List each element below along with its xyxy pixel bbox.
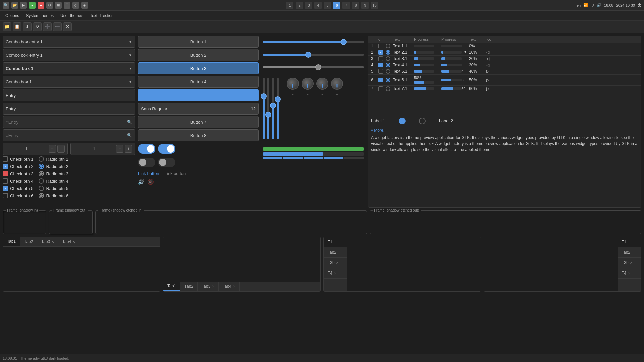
- app1-icon[interactable]: ⚙: [46, 2, 53, 9]
- h-slider-thumb-2[interactable]: [305, 52, 311, 58]
- row-r-5[interactable]: [384, 69, 391, 74]
- table-row[interactable]: 4 ✓ Text 4.1 30% ◁: [368, 62, 641, 68]
- combo-dropdown-1[interactable]: Combo box entry 1 ▼: [3, 36, 135, 48]
- font-selector[interactable]: Sans Regular 12: [138, 103, 259, 115]
- tab-close-2-4[interactable]: ✕: [233, 285, 235, 288]
- tab-v-2-2[interactable]: Tab2: [618, 247, 641, 258]
- tab-close-v-1-3[interactable]: ✕: [336, 261, 339, 265]
- label-radio-1[interactable]: [399, 118, 406, 124]
- radio-btn-6[interactable]: Radio btn 6: [39, 193, 68, 198]
- knob-1[interactable]: [287, 78, 299, 90]
- close-small-icon[interactable]: ●: [38, 2, 44, 9]
- combo-dropdown-2[interactable]: Combo box entry 1 ▼: [3, 49, 135, 61]
- ws-7[interactable]: 7: [342, 2, 350, 9]
- ws-4[interactable]: 4: [314, 2, 322, 9]
- tab-2-1[interactable]: Tab1: [163, 282, 180, 291]
- combo-input-2[interactable]: Combo box entry 1: [6, 53, 129, 58]
- combo-input-3[interactable]: Combo box 1: [6, 66, 129, 71]
- entry-field-3[interactable]: ○ 🔍: [3, 116, 135, 128]
- table-row[interactable]: 6 ✓ Text 6.1 50% 50 50% ▷: [368, 75, 641, 86]
- col-text2[interactable]: Text: [468, 37, 484, 41]
- row-r-1[interactable]: [384, 44, 391, 48]
- tab-v-2-1[interactable]: T1: [618, 237, 641, 247]
- tab-close-2-3[interactable]: ✕: [212, 285, 214, 288]
- tab-close-v-2-3[interactable]: ✕: [630, 261, 633, 265]
- link-button-active[interactable]: Link button: [138, 171, 159, 176]
- check-box-2[interactable]: ✓: [3, 164, 8, 169]
- v-slider-3[interactable]: [272, 78, 274, 139]
- entry-input-3[interactable]: [8, 120, 127, 125]
- row-r-6[interactable]: [384, 78, 391, 82]
- chrome-icon[interactable]: ●: [29, 2, 36, 9]
- table-row[interactable]: 7 Text 7.1 60 60% ▷: [368, 86, 641, 92]
- app3-icon[interactable]: ☰: [64, 2, 70, 9]
- radio-btn-2[interactable]: Radio btn 2: [39, 164, 68, 169]
- v-slider-2[interactable]: [267, 78, 269, 139]
- combo-input-1[interactable]: Combo box entry 1: [6, 39, 129, 44]
- combo-arrow-2[interactable]: ▼: [129, 53, 132, 57]
- v-slider-thumb-2[interactable]: [265, 112, 271, 118]
- check-box-4[interactable]: [3, 178, 8, 184]
- row-r-2[interactable]: [384, 50, 391, 55]
- check-btn-2[interactable]: ✓ Check btn 2: [3, 164, 33, 169]
- tab-1-4[interactable]: Tab4 ✕: [58, 237, 79, 246]
- tab-v-2-3[interactable]: T3b ✕: [618, 258, 641, 268]
- table-row[interactable]: 1 Text 1.1 0%: [368, 43, 641, 49]
- button-1[interactable]: Button 1: [138, 36, 259, 48]
- volume-on-icon[interactable]: 🔊: [138, 179, 145, 185]
- toggle-1[interactable]: [138, 144, 155, 154]
- menu-system-themes[interactable]: System themes: [23, 12, 56, 19]
- v-slider-thumb-3[interactable]: [270, 103, 276, 109]
- tb-open-button[interactable]: 📁: [3, 22, 11, 31]
- col-c[interactable]: c: [377, 37, 384, 41]
- tb-add-button[interactable]: ➕: [43, 22, 52, 31]
- row-c-7[interactable]: [377, 86, 384, 91]
- button-3[interactable]: Button 3: [138, 62, 259, 74]
- entry-field-1[interactable]: Entry: [3, 89, 135, 101]
- combo-dropdown-3[interactable]: Combo box 1 ▼: [3, 62, 135, 74]
- search-icon[interactable]: 🔍: [3, 2, 9, 9]
- check-btn-3[interactable]: − Check btn 3: [3, 171, 33, 176]
- v-slider-thumb-1[interactable]: [261, 93, 267, 99]
- table-row[interactable]: 2 ✓ Text 2.1 ▼ 10% ◁: [368, 49, 641, 56]
- row-c-4[interactable]: ✓: [377, 63, 384, 67]
- combo-dropdown-4[interactable]: Combo box 1 ▼: [3, 76, 135, 88]
- ws-2[interactable]: 2: [296, 2, 303, 9]
- combo-input-4[interactable]: Combo box 1: [6, 79, 129, 84]
- h-slider-3[interactable]: [263, 66, 364, 68]
- row-r-7[interactable]: [384, 86, 391, 91]
- row-c-5[interactable]: [377, 69, 384, 74]
- table-row[interactable]: 3 Text 3.1 20% ◁: [368, 56, 641, 62]
- ws-6[interactable]: 6: [333, 2, 340, 9]
- knob-3[interactable]: [316, 78, 328, 90]
- menu-text-direction[interactable]: Text direction: [87, 12, 116, 19]
- check-box-3[interactable]: −: [3, 171, 8, 176]
- tb-close-button[interactable]: ✕: [63, 22, 72, 31]
- radio-circle-6[interactable]: [39, 193, 44, 198]
- spinner-2-plus[interactable]: +: [125, 145, 132, 153]
- check-btn-4[interactable]: Check btn 4: [3, 178, 33, 184]
- tab-v-1-1[interactable]: T1: [324, 237, 347, 247]
- spinner-1-plus[interactable]: +: [57, 145, 65, 153]
- tab-2-3[interactable]: Tab3 ✕: [198, 282, 219, 291]
- clear-icon-3[interactable]: 🔍: [127, 120, 132, 124]
- h-slider-2[interactable]: [263, 54, 364, 56]
- col-r[interactable]: r: [384, 37, 391, 41]
- radio-circle-1[interactable]: [39, 156, 44, 162]
- tab-v-2-4[interactable]: T4 ✕: [618, 268, 641, 279]
- spinner-1-minus[interactable]: −: [49, 145, 56, 153]
- tab-2-4[interactable]: Tab4 ✕: [219, 282, 240, 291]
- radio-circle-4[interactable]: [39, 178, 44, 184]
- tb-copy-button[interactable]: 📋: [13, 22, 21, 31]
- row-r-4[interactable]: [384, 63, 391, 67]
- button-7[interactable]: Button 7: [138, 116, 259, 128]
- tab-close-v-1-4[interactable]: ✕: [334, 272, 336, 275]
- tab-2-2[interactable]: Tab2: [180, 282, 198, 291]
- tab-close-1-4[interactable]: ✕: [72, 240, 75, 244]
- tb-refresh-button[interactable]: ↺: [33, 22, 42, 31]
- radio-btn-4[interactable]: Radio btn 4: [39, 178, 68, 184]
- tab-1-3[interactable]: Tab3 ✕: [37, 237, 58, 246]
- radio-btn-5[interactable]: Radio btn 5: [39, 186, 68, 191]
- col-text[interactable]: Text: [392, 37, 412, 41]
- ws-3[interactable]: 3: [305, 2, 312, 9]
